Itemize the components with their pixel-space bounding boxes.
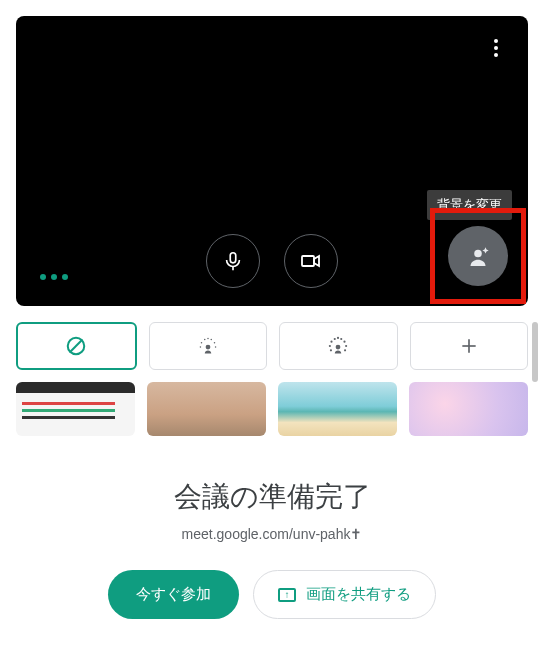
svg-point-26	[344, 349, 346, 351]
svg-point-11	[204, 339, 206, 341]
svg-point-12	[207, 338, 209, 340]
svg-point-20	[337, 337, 339, 339]
meeting-link-suffix: ✝	[350, 526, 362, 542]
background-options-row	[16, 322, 528, 370]
svg-point-2	[494, 53, 498, 57]
plus-icon	[459, 336, 479, 356]
page-title: 会議の準備完了	[16, 478, 528, 516]
svg-point-9	[205, 345, 210, 350]
svg-line-8	[70, 340, 83, 353]
bg-option-add[interactable]	[410, 322, 529, 370]
svg-point-25	[330, 349, 332, 351]
svg-rect-5	[302, 256, 314, 266]
svg-point-0	[494, 39, 498, 43]
options-scrollbar[interactable]	[532, 322, 538, 382]
svg-point-24	[345, 345, 347, 347]
bg-thumbnail-2[interactable]	[147, 382, 266, 436]
video-preview: 背景を変更	[16, 16, 528, 306]
camera-toggle-button[interactable]	[284, 234, 338, 288]
bg-option-blur-strong[interactable]	[279, 322, 398, 370]
svg-point-21	[340, 338, 342, 340]
share-screen-label: 画面を共有する	[306, 585, 411, 604]
svg-point-19	[334, 338, 336, 340]
loading-indicator	[40, 274, 68, 280]
svg-rect-3	[230, 253, 236, 263]
annotation-highlight	[430, 208, 526, 304]
bg-thumbnail-1[interactable]	[16, 382, 135, 436]
camera-icon	[299, 249, 323, 273]
svg-point-1	[494, 46, 498, 50]
no-background-icon	[65, 335, 87, 357]
present-icon: ↑	[278, 588, 296, 602]
svg-point-17	[336, 345, 341, 350]
bg-thumbnail-4[interactable]	[409, 382, 528, 436]
svg-point-10	[200, 342, 202, 344]
media-controls	[206, 234, 338, 288]
bg-thumbnail-3[interactable]	[278, 382, 397, 436]
meeting-link: meet.google.com/unv-pahk✝	[16, 526, 528, 542]
join-now-button[interactable]: 今すぐ参加	[108, 570, 239, 619]
blur-strong-icon	[325, 333, 351, 359]
action-row: 今すぐ参加 ↑ 画面を共有する	[16, 570, 528, 619]
svg-point-23	[329, 345, 331, 347]
bg-option-none[interactable]	[16, 322, 137, 370]
microphone-icon	[222, 250, 244, 272]
svg-point-14	[213, 342, 215, 344]
svg-point-16	[215, 346, 217, 348]
svg-point-18	[331, 341, 333, 343]
more-options-button[interactable]	[482, 34, 510, 62]
microphone-toggle-button[interactable]	[206, 234, 260, 288]
background-thumbnails-row	[16, 382, 528, 436]
blur-light-icon	[195, 333, 221, 359]
bg-option-blur-light[interactable]	[149, 322, 268, 370]
meeting-link-text: meet.google.com/unv-pahk	[182, 526, 351, 542]
svg-point-22	[344, 341, 346, 343]
share-screen-button[interactable]: ↑ 画面を共有する	[253, 570, 436, 619]
svg-point-15	[199, 346, 201, 348]
svg-point-13	[210, 339, 212, 341]
